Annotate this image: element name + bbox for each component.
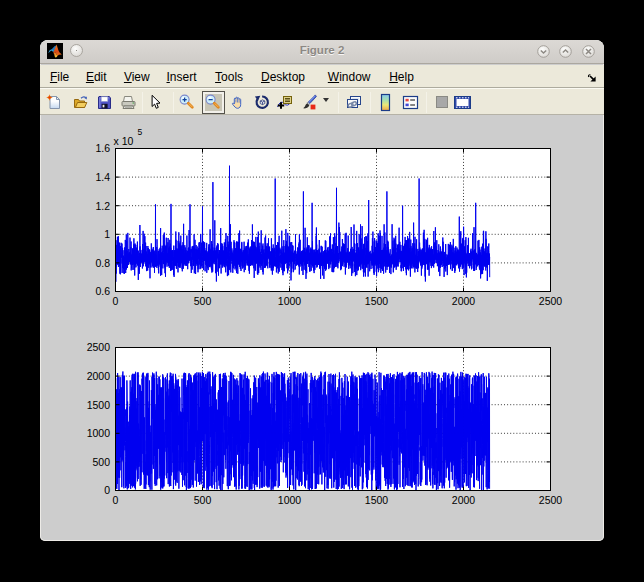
svg-text:1.4: 1.4 bbox=[95, 171, 110, 183]
svg-text:0: 0 bbox=[113, 295, 119, 307]
svg-text:1.6: 1.6 bbox=[95, 142, 110, 154]
svg-text:1000: 1000 bbox=[278, 494, 302, 506]
svg-text:1500: 1500 bbox=[365, 494, 389, 506]
svg-text:2000: 2000 bbox=[87, 370, 111, 382]
svg-text:0: 0 bbox=[104, 484, 110, 496]
svg-text:1500: 1500 bbox=[365, 295, 389, 307]
svg-text:2500: 2500 bbox=[87, 341, 111, 353]
svg-text:2000: 2000 bbox=[452, 494, 476, 506]
svg-text:500: 500 bbox=[194, 494, 212, 506]
svg-text:x 10: x 10 bbox=[114, 135, 134, 147]
svg-text:500: 500 bbox=[92, 456, 110, 468]
svg-text:1: 1 bbox=[104, 228, 110, 240]
svg-text:2000: 2000 bbox=[452, 295, 476, 307]
svg-text:0.6: 0.6 bbox=[95, 285, 110, 297]
svg-text:5: 5 bbox=[138, 127, 143, 137]
svg-text:500: 500 bbox=[194, 295, 212, 307]
svg-text:1.2: 1.2 bbox=[95, 200, 110, 212]
svg-text:0: 0 bbox=[113, 494, 119, 506]
svg-text:2500: 2500 bbox=[539, 494, 563, 506]
svg-text:2500: 2500 bbox=[539, 295, 563, 307]
svg-text:0.8: 0.8 bbox=[95, 257, 110, 269]
svg-text:1000: 1000 bbox=[278, 295, 302, 307]
svg-text:1500: 1500 bbox=[87, 399, 111, 411]
svg-text:1000: 1000 bbox=[87, 427, 111, 439]
